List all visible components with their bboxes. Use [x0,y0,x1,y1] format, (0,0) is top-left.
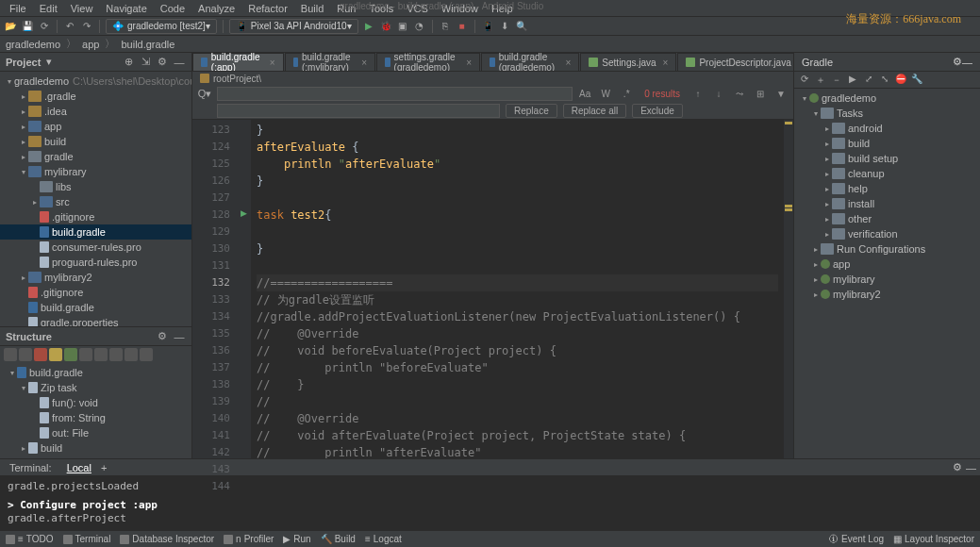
tree-item[interactable]: ▾mylibrary [0,164,191,179]
tree-item[interactable]: libs [0,179,191,194]
collapse-icon[interactable]: ⤡ [878,74,891,87]
exclude-button[interactable]: Exclude [632,104,683,118]
profile-icon[interactable]: ◔ [413,20,426,33]
sync-icon[interactable]: ⟳ [38,20,51,33]
detach-icon[interactable]: － [830,74,843,87]
tree-item[interactable]: ▾build.gradle [0,365,191,380]
error-stripe[interactable] [784,120,793,458]
breadcrumb-item[interactable]: app [82,39,99,50]
redo-icon[interactable]: ↷ [80,20,93,33]
reload-icon[interactable]: ⟳ [798,74,811,87]
editor-tab[interactable]: Settings.java× [580,53,676,71]
tree-item[interactable]: ▸build [0,134,191,149]
terminal-output[interactable]: gradle.projectsLoaded > Configure projec… [0,475,980,530]
collapse-icon[interactable] [140,348,153,361]
menu-navigate[interactable]: Navigate [100,2,152,15]
stop-icon[interactable]: ■ [456,20,469,33]
tree-item[interactable]: ▸.idea [0,104,191,119]
inherited-icon[interactable] [79,348,92,361]
collapse-icon[interactable]: ⇲ [139,56,152,68]
terminal-tab-local[interactable]: Local [61,462,97,473]
tree-item[interactable]: ▸app [794,257,980,272]
method-icon[interactable] [49,348,62,361]
filter-icon[interactable] [19,348,32,361]
prev-match-icon[interactable]: ↑ [689,89,706,99]
tree-item[interactable]: ▸other [794,211,980,226]
open-icon[interactable]: 📂 [4,20,17,33]
status-run[interactable]: ▶ Run [283,534,310,544]
lambda-icon[interactable] [109,348,123,361]
tree-item[interactable]: fun(): void [0,395,191,410]
structure-tree[interactable]: ▾build.gradle▾Zip taskfun(): voidfrom: S… [0,363,191,458]
tree-item[interactable]: ▸gradle [0,149,191,164]
tree-item[interactable]: ▸help [794,181,980,196]
status-profiler[interactable]: n Profiler [224,534,274,544]
settings-icon[interactable]: ⚙ [953,56,962,68]
expand-icon[interactable] [125,348,138,361]
tree-item[interactable]: ▸cleanup [794,166,980,181]
status-build[interactable]: 🔨 Build [321,534,356,544]
undo-icon[interactable]: ↶ [63,20,76,33]
tree-item[interactable]: ▸mylibrary2 [794,287,980,302]
project-tree[interactable]: ▾gradledemoC:\Users\shel\Desktop\course\… [0,72,191,326]
breadcrumb-item[interactable]: build.gradle [121,39,174,50]
tree-item[interactable]: consumer-rules.pro [0,240,191,255]
code-content[interactable]: }afterEvaluate { println "afterEvaluate"… [251,120,784,458]
tree-item[interactable]: build.gradle [0,300,191,315]
attach-icon[interactable]: ＋ [814,74,827,87]
add-terminal-icon[interactable]: + [101,462,107,473]
hide-icon[interactable]: — [173,57,186,68]
editor-tab[interactable]: ProjectDescriptor.java× [677,53,793,71]
replace-button[interactable]: Replace [506,104,557,118]
tree-item[interactable]: ▸android [794,121,980,136]
wrench-icon[interactable]: 🔧 [910,74,923,87]
hide-icon[interactable]: — [966,462,976,473]
run-icon[interactable]: ▶ [362,20,375,33]
settings-icon[interactable]: ⚙ [156,330,169,342]
words-icon[interactable]: W [597,89,614,99]
replace-all-button[interactable]: Replace all [563,104,626,118]
status-layout[interactable]: ▦ Layout Inspector [893,534,974,544]
regex-icon[interactable]: .* [618,89,635,99]
status-eventlog[interactable]: 🛈 Event Log [829,534,884,544]
status-terminal[interactable]: Terminal [63,534,111,544]
tree-item[interactable]: ▸mylibrary2 [0,270,191,285]
hide-icon[interactable]: — [962,57,972,68]
menu-edit[interactable]: Edit [34,2,63,15]
tree-item[interactable]: ▸build [0,440,191,456]
add-selection-icon[interactable]: ⊞ [752,89,769,99]
tree-item[interactable]: ▸src [0,194,191,209]
next-match-icon[interactable]: ↓ [710,89,727,99]
warning-mark[interactable] [785,208,792,211]
device-selector[interactable]: 📱 Pixel 3a API Android10 ▾ [229,19,358,34]
hide-icon[interactable]: — [173,331,186,342]
menu-code[interactable]: Code [155,2,191,15]
code-editor[interactable]: 1231241251261271281291301311321331341351… [192,120,793,458]
tree-item[interactable]: ▸app [0,119,191,134]
editor-tab[interactable]: build.gradle (gradledemo)× [481,53,579,71]
run-config-selector[interactable]: 💠 gradledemo [test2] ▾ [106,19,217,34]
status-database[interactable]: Database Inspector [120,534,214,544]
replace-input[interactable] [217,104,500,118]
sort-icon[interactable] [4,348,17,361]
sdk-icon[interactable]: ⬇ [498,20,511,33]
select-opened-icon[interactable]: ⊕ [122,56,135,68]
tree-item[interactable]: ▾gradledemo [794,91,980,106]
tree-item[interactable]: ▸verification [794,226,980,241]
menu-view[interactable]: View [65,2,99,15]
editor-tab[interactable]: build.gradle (:app)× [192,53,284,71]
select-all-icon[interactable]: ⤳ [731,89,748,99]
editor-tab[interactable]: build.gradle (:mylibrary)× [285,53,376,71]
tree-item[interactable]: ▾gradledemoC:\Users\shel\Desktop\course\… [0,74,191,89]
class-icon[interactable] [64,348,77,361]
tree-item[interactable]: ▸install [794,196,980,211]
settings-icon[interactable]: ⚙ [953,461,962,473]
tree-item[interactable]: ▸build setup [794,151,980,166]
search-icon[interactable]: 🔍 [515,20,528,33]
editor-tab[interactable]: settings.gradle (gradledemo)× [376,53,480,71]
field-icon[interactable] [34,348,47,361]
tree-item[interactable]: build.gradle [0,224,191,240]
warning-mark[interactable] [785,205,792,207]
expand-icon[interactable]: ⤢ [862,74,875,87]
tree-item[interactable]: ▸mylibrary [794,272,980,287]
